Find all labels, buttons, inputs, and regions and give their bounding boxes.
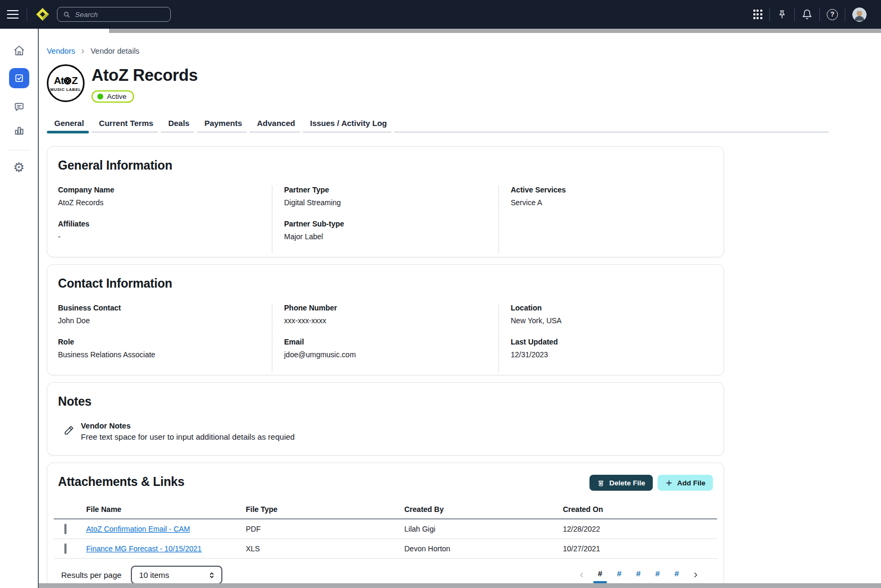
sidebar: ⚙: [0, 29, 39, 588]
pagination-page-current[interactable]: #: [591, 567, 610, 583]
select-chevrons-icon: [207, 571, 216, 579]
field-role: Role Business Relations Associate: [58, 338, 272, 359]
field-value: jdoe@umgmusic.com: [284, 350, 498, 359]
column-header-file-name: File Name: [86, 505, 246, 514]
field-value: Digital Streaming: [284, 198, 498, 207]
row-checkbox[interactable]: [64, 543, 67, 554]
results-per-page-select[interactable]: 10 items: [131, 566, 222, 584]
field-phone-number: Phone Number xxx-xxx-xxxx: [284, 304, 498, 325]
field-value: John Doe: [58, 316, 272, 325]
general-information-title: General Information: [58, 158, 713, 173]
notes-text[interactable]: Free text space for user to input additi…: [81, 432, 295, 441]
field-value: Service A: [511, 198, 713, 207]
cell-created-on: 12/28/2022: [563, 525, 717, 533]
contact-information-title: Contact Information: [58, 276, 713, 291]
breadcrumb-vendors-link[interactable]: Vendors: [47, 47, 75, 55]
bar-chart-icon: [13, 124, 25, 136]
horizontal-scrollbar-bottom[interactable]: [39, 583, 881, 588]
column-header-file-type: File Type: [246, 505, 404, 514]
sidebar-item-comments[interactable]: [13, 101, 25, 113]
field-label: Active Services: [511, 186, 713, 194]
notifications-bell-icon[interactable]: [795, 9, 819, 20]
field-label: Phone Number: [284, 304, 498, 312]
field-label: Location: [511, 304, 713, 312]
field-location: Location New York, USA: [511, 304, 713, 325]
delete-file-label: Delete File: [609, 479, 645, 487]
field-affiliates: Affiliates -: [58, 220, 272, 241]
field-value: New York, USA: [511, 316, 713, 325]
trash-icon: [597, 479, 605, 487]
field-value: xxx-xxx-xxxx: [284, 316, 498, 325]
cell-file-type: XLS: [246, 544, 404, 553]
gear-icon: ⚙: [13, 161, 25, 174]
cell-created-by: Devon Horton: [404, 544, 563, 553]
attachments-title: Attachements & Links: [58, 475, 185, 489]
add-file-button[interactable]: Add File: [658, 475, 713, 491]
pagination-prev-icon[interactable]: [572, 571, 591, 579]
search-icon: [63, 11, 71, 19]
field-value: -: [58, 232, 272, 241]
sidebar-item-home[interactable]: [13, 45, 25, 56]
general-information-card: General Information Company Name AtoZ Re…: [47, 146, 724, 257]
field-value: Major Label: [284, 232, 498, 241]
tab-issues-activity-log[interactable]: Issues / Activity Log: [303, 115, 395, 136]
attachments-table: File Name File Type Created By Created O…: [54, 502, 717, 559]
tab-payments[interactable]: Payments: [197, 115, 250, 136]
field-label: Company Name: [58, 186, 272, 194]
field-label: Business Contact: [58, 304, 272, 312]
cell-file-type: PDF: [246, 525, 404, 533]
topbar-actions: ?: [746, 7, 881, 22]
row-checkbox[interactable]: [64, 524, 67, 534]
sidebar-item-analytics[interactable]: [13, 124, 25, 136]
user-avatar[interactable]: [845, 7, 874, 22]
field-business-contact: Business Contact John Doe: [58, 304, 272, 325]
vendor-logo-text-right: Z: [72, 75, 78, 87]
pagination-page[interactable]: #: [610, 567, 629, 583]
chat-bubble-icon: [13, 101, 25, 113]
field-last-updated: Last Updated 12/31/2023: [511, 338, 713, 359]
field-label: Partner Sub-type: [284, 220, 498, 228]
page-title: AtoZ Records: [92, 66, 198, 85]
table-header-row: File Name File Type Created By Created O…: [54, 502, 717, 519]
topbar-divider: [27, 7, 27, 21]
file-link[interactable]: AtoZ Confirmation Email - CAM: [86, 525, 190, 533]
sidebar-item-settings[interactable]: ⚙: [13, 161, 25, 174]
help-icon[interactable]: ?: [820, 9, 845, 20]
cell-created-by: Lilah Gigi: [404, 525, 563, 533]
table-row: AtoZ Confirmation Email - CAM PDF Lilah …: [54, 519, 717, 539]
sidebar-divider: [8, 150, 30, 150]
field-value: Business Relations Associate: [58, 350, 272, 359]
pagination-page[interactable]: #: [648, 567, 667, 583]
attachments-card: Attachements & Links Delete File: [47, 463, 724, 588]
topbar: ?: [0, 0, 881, 29]
results-per-page-label: Results per page: [61, 570, 121, 579]
tab-advanced[interactable]: Advanced: [250, 115, 303, 136]
field-label: Partner Type: [284, 186, 498, 194]
file-link[interactable]: Finance MG Forecast - 10/15/2021: [86, 544, 202, 553]
horizontal-scrollbar-top[interactable]: [109, 29, 881, 33]
field-email: Email jdoe@umgmusic.com: [284, 338, 498, 359]
breadcrumb-current: Vendor details: [90, 47, 139, 55]
notes-title: Notes: [58, 394, 713, 409]
search-input[interactable]: [75, 11, 165, 19]
pagination-page[interactable]: #: [667, 567, 686, 583]
search-box[interactable]: [57, 7, 171, 22]
app-logo-icon[interactable]: [35, 7, 50, 22]
vendor-header: At Z MUSIC LABEL AtoZ Records Active: [47, 64, 881, 103]
pin-icon[interactable]: [770, 9, 794, 20]
sidebar-item-tasks[interactable]: [9, 68, 29, 88]
tasks-check-icon: [14, 73, 24, 83]
field-label: Role: [58, 338, 272, 346]
tab-deals[interactable]: Deals: [161, 115, 197, 136]
tab-bar: General Current Terms Deals Payments Adv…: [47, 115, 829, 136]
field-company-name: Company Name AtoZ Records: [58, 186, 272, 207]
status-label: Active: [107, 93, 127, 100]
tab-general[interactable]: General: [47, 115, 92, 136]
chevron-right-icon: [80, 48, 86, 54]
hamburger-menu-icon[interactable]: [7, 10, 19, 19]
delete-file-button[interactable]: Delete File: [589, 475, 653, 491]
pagination-next-icon[interactable]: [686, 571, 704, 579]
tab-current-terms[interactable]: Current Terms: [92, 115, 161, 136]
apps-grid-icon[interactable]: [746, 10, 769, 19]
pagination-page[interactable]: #: [629, 567, 648, 583]
